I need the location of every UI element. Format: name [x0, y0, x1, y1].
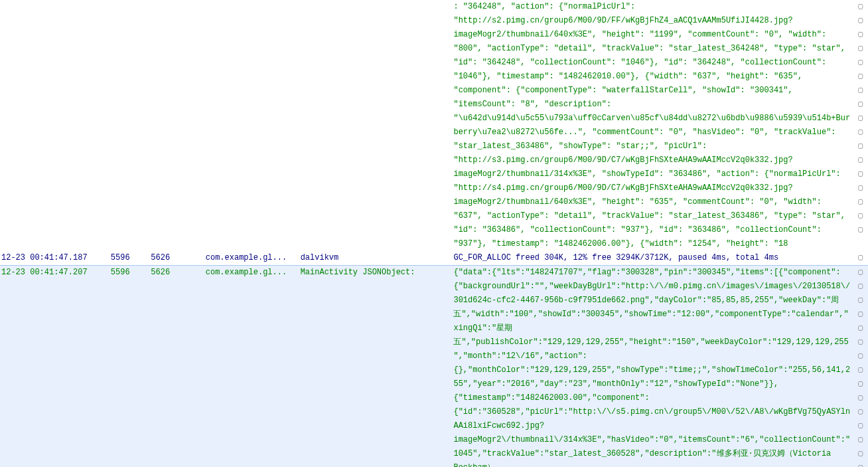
log-row[interactable]: 12-23 00:41:47.18755965626com.example.gl… — [0, 251, 868, 266]
breakpoint-gutter[interactable]: ▢ ▢ ▢ ▢ ▢ ▢ ▢ ▢ ▢ ▢ ▢ ▢ ▢ ▢ ▢ — [853, 266, 868, 468]
breakpoint-icon[interactable]: ▢ — [858, 2, 863, 11]
breakpoint-icon[interactable]: ▢ — [858, 211, 863, 221]
breakpoint-icon[interactable]: ▢ — [858, 100, 863, 109]
breakpoint-icon[interactable]: ▢ — [858, 421, 863, 430]
breakpoint-icon[interactable]: ▢ — [858, 86, 863, 95]
breakpoint-gutter[interactable]: ▢ ▢ ▢ ▢ ▢ ▢ ▢ ▢ ▢ ▢ ▢ ▢ ▢ ▢ ▢ ▢ ▢ — [853, 0, 868, 251]
log-message: GC_FOR_ALLOC freed 304K, 12% free 3294K/… — [452, 251, 853, 266]
log-spacer — [430, 0, 452, 251]
breakpoint-icon[interactable]: ▢ — [858, 197, 863, 207]
breakpoint-icon[interactable]: ▢ — [858, 407, 863, 417]
breakpoint-icon[interactable]: ▢ — [858, 337, 863, 347]
log-row[interactable]: 12-23 00:41:47.20755965626com.example.gl… — [0, 266, 868, 468]
breakpoint-icon[interactable]: ▢ — [858, 463, 863, 467]
log-package: com.example.gl... — [204, 251, 299, 266]
breakpoint-icon[interactable]: ▢ — [858, 296, 863, 305]
breakpoint-icon[interactable]: ▢ — [858, 393, 863, 403]
breakpoint-icon[interactable]: ▢ — [858, 183, 863, 193]
log-message: : "364248", "action": {"normalPicUrl": "… — [452, 0, 853, 251]
breakpoint-icon[interactable]: ▢ — [858, 114, 863, 123]
log-row[interactable]: : "364248", "action": {"normalPicUrl": "… — [0, 0, 868, 251]
log-tid — [149, 0, 189, 251]
breakpoint-icon[interactable]: ▢ — [858, 169, 863, 179]
log-pid: 5596 — [109, 251, 149, 266]
log-level — [190, 266, 204, 468]
breakpoint-gutter[interactable]: ▢ — [853, 251, 868, 266]
log-message: {"data":{"lts":"1482471707","flag":"3003… — [452, 266, 853, 468]
breakpoint-icon[interactable]: ▢ — [858, 16, 863, 25]
log-tid: 5626 — [149, 251, 189, 266]
breakpoint-icon[interactable]: ▢ — [858, 268, 863, 277]
breakpoint-icon[interactable]: ▢ — [858, 44, 863, 53]
breakpoint-icon[interactable]: ▢ — [858, 324, 863, 333]
breakpoint-icon[interactable]: ▢ — [858, 282, 863, 291]
breakpoint-icon[interactable]: ▢ — [858, 365, 863, 375]
log-package: com.example.gl... — [204, 266, 299, 468]
logcat-body: : "364248", "action": {"normalPicUrl": "… — [0, 0, 868, 467]
log-level — [190, 251, 204, 266]
breakpoint-icon[interactable]: ▢ — [858, 30, 863, 39]
breakpoint-icon[interactable]: ▢ — [858, 225, 863, 234]
breakpoint-icon[interactable]: ▢ — [858, 449, 863, 458]
breakpoint-icon[interactable]: ▢ — [858, 58, 863, 67]
log-pid: 5596 — [109, 266, 149, 468]
breakpoint-icon[interactable]: ▢ — [858, 155, 863, 165]
log-spacer — [430, 266, 452, 468]
log-pid — [109, 0, 149, 251]
breakpoint-icon[interactable]: ▢ — [858, 141, 863, 151]
breakpoint-icon[interactable]: ▢ — [858, 128, 863, 137]
breakpoint-icon[interactable]: ▢ — [858, 351, 863, 361]
log-package — [204, 0, 299, 251]
log-tag: MainActivity JSONObject: — [299, 266, 431, 468]
breakpoint-icon[interactable]: ▢ — [858, 253, 863, 262]
breakpoint-icon[interactable]: ▢ — [858, 435, 863, 444]
log-tag — [299, 0, 431, 251]
breakpoint-icon[interactable]: ▢ — [858, 310, 863, 319]
log-tag: dalvikvm — [299, 251, 431, 266]
log-tid: 5626 — [149, 266, 189, 468]
logcat-table: : "364248", "action": {"normalPicUrl": "… — [0, 0, 868, 467]
log-spacer — [430, 251, 452, 266]
breakpoint-icon[interactable]: ▢ — [858, 72, 863, 81]
log-time: 12-23 00:41:47.187 — [0, 251, 109, 266]
log-time — [0, 0, 109, 251]
log-level — [190, 0, 204, 251]
log-time: 12-23 00:41:47.207 — [0, 266, 109, 468]
breakpoint-icon[interactable]: ▢ — [858, 379, 863, 389]
